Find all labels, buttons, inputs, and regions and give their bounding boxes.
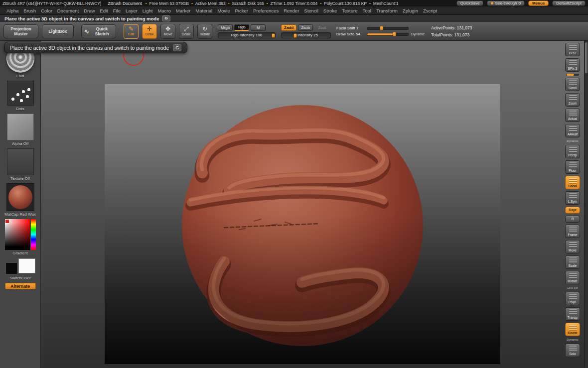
menu-material[interactable]: Material: [193, 7, 215, 14]
vertical-scrollbar[interactable]: [584, 41, 588, 368]
bullet-separator: •: [228, 1, 230, 5]
shelf-frame-button[interactable]: Frame: [565, 225, 580, 238]
menu-movie[interactable]: Movie: [215, 7, 232, 14]
saturation-value-square[interactable]: [5, 219, 30, 250]
alternate-button[interactable]: Alternate: [5, 283, 36, 289]
scrollbar-handle[interactable]: [585, 42, 588, 73]
shelf-transp-button[interactable]: Transp: [565, 307, 580, 321]
document-title: ZBrush Document: [108, 1, 142, 6]
color-picker[interactable]: [5, 219, 36, 250]
title-stat: Scratch Disk 165: [232, 1, 264, 6]
shelf-l-sym-button[interactable]: L.Sym: [565, 191, 580, 205]
shelf-persp-button[interactable]: Persp: [565, 145, 580, 158]
draw-size-handle[interactable]: [393, 32, 396, 36]
switch-color-widget[interactable]: [5, 258, 36, 275]
z-intensity-slider[interactable]: Z Intensity 25: [281, 32, 331, 38]
focal-shift-handle[interactable]: [380, 26, 383, 30]
hint-text: Place the active 3D object in the canvas…: [4, 16, 159, 21]
quicksave-button[interactable]: QuickSave: [456, 0, 484, 6]
menu-edit[interactable]: Edit: [97, 7, 110, 14]
menu-draw[interactable]: Draw: [81, 7, 97, 14]
shelf-aahalf-button[interactable]: AAHalf: [565, 124, 580, 137]
draw-size-fill: [367, 33, 393, 35]
m-button[interactable]: M: [251, 24, 266, 31]
z-intensity-handle[interactable]: [294, 33, 297, 38]
material-thumbnail[interactable]: [6, 183, 34, 211]
rgb-intensity-handle[interactable]: [272, 33, 275, 38]
focal-shift-slider[interactable]: [367, 27, 409, 30]
texture-thumbnail[interactable]: [7, 148, 34, 175]
move-icon: ✥: [165, 26, 170, 32]
menu-alpha[interactable]: Alpha: [4, 7, 21, 14]
rgb-button[interactable]: Rgb: [234, 24, 249, 31]
menu-tool[interactable]: Tool: [360, 7, 373, 14]
shelf-button-label: Zoom: [569, 102, 577, 106]
alpha-thumbnail[interactable]: [7, 114, 34, 140]
shelf-rotate-button[interactable]: Rotate: [565, 271, 580, 284]
move-label: Move: [163, 32, 172, 36]
menu-zplugin[interactable]: Zplugin: [400, 7, 421, 14]
canvas-background[interactable]: [41, 41, 584, 368]
switch-color-label: SwitchColor: [9, 276, 31, 280]
shelf-scroll-button[interactable]: Scroll: [565, 78, 580, 91]
shelf-scale-button[interactable]: Scale: [565, 255, 580, 269]
hue-strip[interactable]: [31, 219, 36, 250]
main-color-swatch[interactable]: [5, 262, 17, 274]
menu-color[interactable]: Color: [38, 7, 55, 14]
move-button[interactable]: ✥ Move: [160, 24, 175, 39]
shelf-solo-button[interactable]: Solo: [565, 344, 580, 357]
shelf-button-label: Rotate: [568, 279, 577, 283]
spix-slider[interactable]: [566, 74, 579, 76]
see-through-button[interactable]: See-through 0: [487, 0, 524, 6]
sculpt-viewport: [105, 84, 500, 364]
menu-stroke[interactable]: Stroke: [321, 7, 339, 14]
shelf-button-label: Frame: [568, 233, 578, 237]
menus-button[interactable]: Menus: [528, 0, 549, 6]
menu-marker[interactable]: Marker: [173, 7, 193, 14]
current-stroke-thumbnail[interactable]: [7, 81, 34, 106]
shelf-local-button[interactable]: Local: [565, 176, 580, 189]
menu-brush[interactable]: Brush: [21, 7, 38, 14]
menu-macro[interactable]: Macro: [155, 7, 173, 14]
see-through-value: 0: [519, 1, 521, 5]
menu-file[interactable]: File: [111, 7, 123, 14]
secondary-color-swatch[interactable]: [18, 258, 35, 273]
shelf-actual-button[interactable]: Actual: [565, 109, 580, 122]
zcut-button[interactable]: Zcut: [314, 24, 329, 31]
draw-size-slider[interactable]: [367, 33, 409, 36]
shelf-floor-button[interactable]: Floor: [565, 160, 580, 174]
default-zscript-button[interactable]: DefaultZScript: [552, 0, 586, 6]
shelf-polyf-button[interactable]: PolyF: [565, 292, 580, 305]
rgb-intensity-slider[interactable]: Rgb Intensity 100: [218, 32, 276, 38]
menu-light[interactable]: Light: [140, 7, 155, 14]
shelf-move-button[interactable]: Move: [565, 240, 580, 253]
menu-stencil[interactable]: Stencil: [301, 7, 321, 14]
menu-render[interactable]: Render: [281, 7, 301, 14]
quick-sketch-button[interactable]: ∿ Quick Sketch: [81, 24, 116, 38]
shelf-bpr-button[interactable]: BPR: [565, 43, 580, 56]
shelf-ghost-button[interactable]: Ghost: [565, 323, 580, 336]
draw-button[interactable]: ✛ Draw: [142, 24, 157, 39]
scale-button[interactable]: ⤢ Scale: [179, 24, 194, 39]
zsub-button[interactable]: Zsub: [298, 24, 313, 31]
menu-layer[interactable]: Layer: [123, 7, 140, 14]
draw-icon: ✛: [147, 26, 152, 32]
menu-transform[interactable]: Transform: [374, 7, 400, 14]
menu-preferences[interactable]: Preferences: [251, 7, 281, 14]
rotate-label: Rotate: [200, 32, 210, 36]
shelf-zoom-button[interactable]: Zoom: [565, 93, 580, 107]
zadd-button[interactable]: Zadd: [281, 24, 296, 31]
lightbox-button[interactable]: LightBox: [42, 24, 74, 38]
shelf-spix-3-button[interactable]: SPix 3: [565, 58, 580, 72]
menu-texture[interactable]: Texture: [339, 7, 360, 14]
projection-master-button[interactable]: Projection Master: [3, 24, 38, 38]
edit-button[interactable]: ✎ Edit: [124, 24, 139, 39]
menu-zscript[interactable]: Zscript: [421, 7, 440, 14]
rotate-button[interactable]: ↻ Rotate: [197, 24, 212, 39]
document-canvas[interactable]: [105, 84, 500, 364]
menu-picker[interactable]: Picker: [233, 7, 251, 14]
mrgb-button[interactable]: Mrgb: [218, 24, 233, 31]
shelf-gxyz-button[interactable]: Gxyz: [565, 207, 580, 214]
menu-document[interactable]: Document: [55, 7, 81, 14]
shelf-r-button[interactable]: R: [565, 216, 580, 223]
